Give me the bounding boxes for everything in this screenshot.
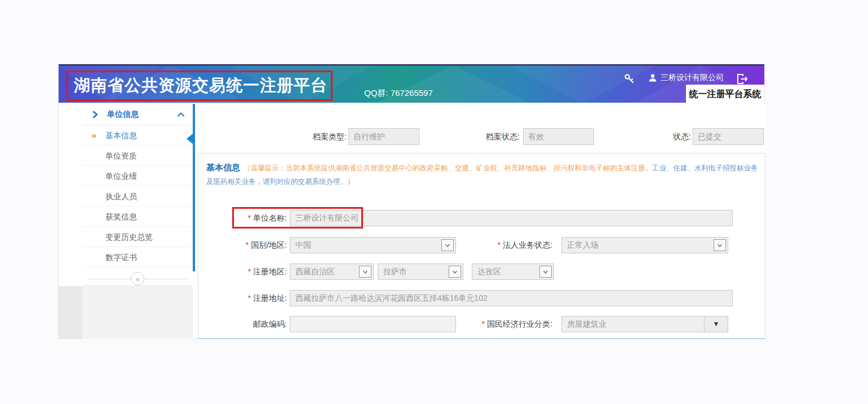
section-header: 基本信息（温馨提示：当前本系统提供湖南省公共资源交易中心的政府采购、交通、矿业权… xyxy=(198,153,765,188)
postal-code-label: 邮政编码: xyxy=(198,315,287,333)
country-select[interactable]: 中国 xyxy=(290,237,456,253)
unit-name-label: *单位名称: xyxy=(198,209,287,227)
industry-select[interactable]: 房屋建筑业 ▼ xyxy=(561,316,728,332)
sidebar-accent-bar xyxy=(193,104,195,271)
active-item-marker: » xyxy=(92,125,96,146)
chevron-down-icon xyxy=(539,266,552,278)
left-gutter xyxy=(59,286,82,339)
sidebar-collapse-bar: « xyxy=(82,271,193,286)
sidebar-menu: 单位信息 » 基本信息 单位资质 单位业绩 执业人员 获奖信息 变更历史总览 数… xyxy=(82,104,193,271)
basic-info-section: 基本信息（温馨提示：当前本系统提供湖南省公共资源交易中心的政府采购、交通、矿业权… xyxy=(198,153,765,339)
reg-district-select[interactable]: 达孜区 xyxy=(472,264,554,280)
user-icon xyxy=(648,73,657,82)
sidebar-item-basic-info[interactable]: » 基本信息 xyxy=(82,125,193,146)
unit-name-field[interactable]: 三桥设计有限公司 xyxy=(290,210,733,226)
sidebar-item-label: 数字证书 xyxy=(105,253,137,262)
chevron-down-icon xyxy=(449,266,461,278)
sidebar-group-unit-info[interactable]: 单位信息 xyxy=(82,104,193,125)
archive-state-label: 档案状态: xyxy=(422,128,520,145)
chevron-down-icon xyxy=(714,239,726,251)
page-title: 湖南省公共资源交易统一注册平台 xyxy=(68,74,327,97)
title-annotation-redbox: 湖南省公共资源交易统一注册平台 xyxy=(67,71,333,101)
logout-icon[interactable] xyxy=(736,73,749,85)
sidebar-collapse-button[interactable]: « xyxy=(131,272,144,286)
sidebar-item-label: 单位业绩 xyxy=(105,172,137,181)
status-label: 状态: xyxy=(612,128,691,145)
sidebar-item-change-history[interactable]: 变更历史总览 xyxy=(82,227,193,247)
notice-text-orange: （温馨提示：当前本系统提供湖南省公共资源交易中心的政府采购、交通、矿业权、补充耕… xyxy=(243,164,652,172)
postal-code-field[interactable] xyxy=(290,316,456,332)
industry-label: *国民经济行业分类: xyxy=(441,315,552,333)
sidebar-item-label: 执业人员 xyxy=(105,192,137,201)
archive-state-field[interactable]: 有效 xyxy=(523,128,594,145)
archive-type-label: 档案类型: xyxy=(247,128,347,145)
chevron-up-icon[interactable] xyxy=(177,111,185,118)
archive-status-bar: 档案类型: 自行维护 档案状态: 有效 状态: 已提交 xyxy=(197,104,765,153)
app-window: 湖南省公共资源交易统一注册平台 QQ群: 767265597 三桥设计有限公司 … xyxy=(58,64,765,339)
reg-province-select[interactable]: 西藏自治区 xyxy=(290,264,374,280)
reg-city-select[interactable]: 拉萨市 xyxy=(378,264,463,280)
sidebar-group-label: 单位信息 xyxy=(107,109,139,120)
legal-status-label: *法人业务状态: xyxy=(441,236,552,254)
active-item-pointer xyxy=(187,134,193,144)
top-header: 湖南省公共资源交易统一注册平台 QQ群: 767265597 三桥设计有限公司 … xyxy=(59,64,764,103)
tab-system-name[interactable]: 统一注册平台系统 xyxy=(686,85,764,103)
reg-address-field[interactable]: 西藏拉萨市八一路哈达滨河花园西区五排4栋16单元102 xyxy=(290,290,733,306)
chevron-right-icon xyxy=(91,111,99,118)
sidebar-item-label: 变更历史总览 xyxy=(105,232,153,241)
page-background: 湖南省公共资源交易统一注册平台 QQ群: 767265597 三桥设计有限公司 … xyxy=(0,0,868,404)
archive-type-field[interactable]: 自行维护 xyxy=(348,128,419,145)
sidebar-item-digital-cert[interactable]: 数字证书 xyxy=(82,247,193,267)
key-icon[interactable] xyxy=(623,73,636,85)
sidebar-item-label: 获奖信息 xyxy=(105,212,137,221)
user-name-label: 三桥设计有限公司 xyxy=(661,73,724,83)
sidebar-item-unit-qualification[interactable]: 单位资质 xyxy=(82,146,193,166)
country-label: *国别/地区: xyxy=(198,236,287,254)
sidebar-item-unit-performance[interactable]: 单位业绩 xyxy=(82,166,193,186)
chevron-down-icon xyxy=(359,266,371,278)
reg-address-label: *注册地址: xyxy=(198,289,287,307)
section-title: 基本信息 xyxy=(206,163,240,172)
sidebar-item-label: 基本信息 xyxy=(105,131,137,140)
reg-region-label: *注册地区: xyxy=(198,263,287,280)
sidebar-item-label: 单位资质 xyxy=(105,151,137,160)
sidebar-item-practitioners[interactable]: 执业人员 xyxy=(82,186,193,207)
status-field[interactable]: 已提交 xyxy=(693,128,764,145)
legal-status-select[interactable]: 正常入场 xyxy=(561,237,728,253)
dropdown-arrow-icon[interactable]: ▼ xyxy=(704,317,728,332)
sidebar-item-awards[interactable]: 获奖信息 xyxy=(82,207,193,227)
current-user[interactable]: 三桥设计有限公司 xyxy=(648,73,724,83)
qq-group-label: QQ群: 767265597 xyxy=(364,88,433,99)
